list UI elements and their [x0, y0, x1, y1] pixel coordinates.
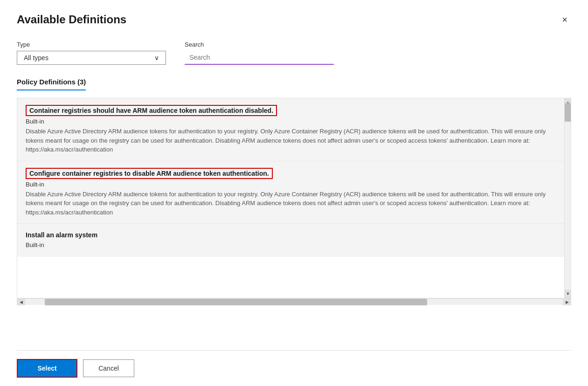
dialog-header: Available Definitions × [17, 13, 571, 26]
list-item[interactable]: Configure container registries to disabl… [17, 161, 564, 224]
h-scroll-thumb[interactable] [45, 299, 427, 305]
policy-list-inner: Container registries should have ARM aud… [17, 98, 571, 257]
search-input[interactable] [185, 51, 334, 65]
vertical-scrollbar[interactable]: ▲ ▼ [564, 98, 571, 298]
policy-description: Disable Azure Active Directory ARM audie… [26, 127, 556, 154]
policy-type: Built-in [26, 118, 556, 125]
policy-list[interactable]: Container registries should have ARM aud… [17, 98, 571, 298]
chevron-down-icon: ∨ [154, 54, 159, 62]
cancel-button[interactable]: Cancel [83, 359, 134, 377]
scroll-down-arrow[interactable]: ▼ [565, 290, 571, 298]
available-definitions-dialog: Available Definitions × Type All types ∨… [0, 0, 588, 386]
horizontal-scrollbar[interactable]: ◀ ▶ [17, 298, 571, 305]
type-select[interactable]: All types ∨ [17, 51, 166, 65]
policy-type: Built-in [26, 241, 556, 248]
filters-row: Type All types ∨ Search [17, 41, 571, 65]
type-filter-group: Type All types ∨ [17, 41, 166, 65]
type-select-value: All types [24, 54, 48, 62]
policy-title: Container registries should have ARM aud… [26, 105, 277, 116]
close-button[interactable]: × [558, 13, 571, 26]
section-wrapper: Policy Definitions (3) [17, 78, 571, 90]
policy-title: Configure container registries to disabl… [26, 168, 273, 179]
policy-title: Install an alarm system [26, 230, 97, 240]
policy-type: Built-in [26, 181, 556, 188]
select-button[interactable]: Select [17, 359, 77, 378]
list-item[interactable]: Install an alarm system Built-in [17, 224, 564, 257]
search-filter-group: Search [185, 41, 334, 65]
scroll-right-arrow[interactable]: ▶ [563, 299, 571, 305]
dialog-footer: Select Cancel [17, 350, 571, 386]
section-header: Policy Definitions (3) [17, 78, 86, 90]
search-label: Search [185, 41, 334, 48]
scroll-thumb[interactable] [565, 103, 571, 122]
list-item[interactable]: Container registries should have ARM aud… [17, 98, 564, 161]
policy-description: Disable Azure Active Directory ARM audie… [26, 190, 556, 217]
dialog-title: Available Definitions [17, 13, 126, 26]
scroll-left-arrow[interactable]: ◀ [17, 299, 25, 305]
type-label: Type [17, 41, 166, 48]
